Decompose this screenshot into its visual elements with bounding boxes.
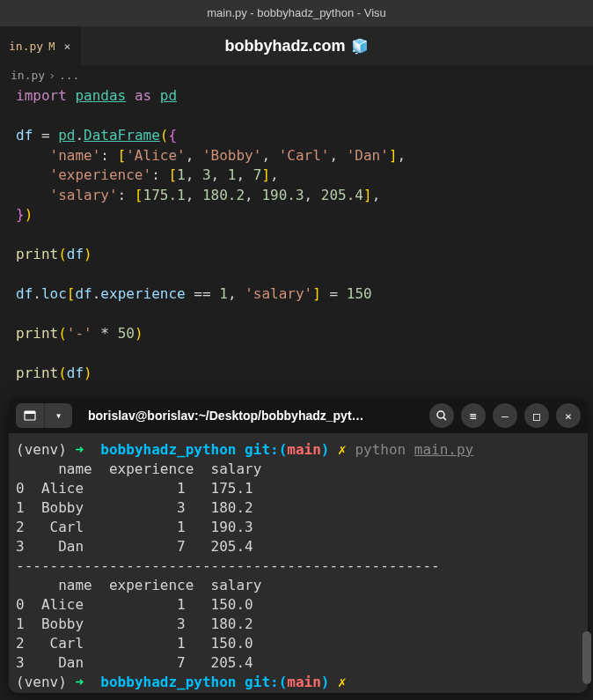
minimize-button[interactable]: – (493, 403, 517, 428)
code-line: print('-' * 50) (16, 324, 577, 344)
term-line: 1 Bobby 3 180.2 (16, 615, 581, 634)
close-icon: × (565, 409, 572, 423)
tab-close-button[interactable]: × (60, 38, 74, 55)
term-line: (venv) ➜ bobbyhadz_python git:(main) ✗ (16, 673, 581, 692)
tab-dropdown-button[interactable]: ▾ (44, 403, 72, 428)
cube-icon: 🧊 (351, 38, 369, 55)
breadcrumb-rest: ... (59, 69, 79, 82)
search-button[interactable] (429, 403, 454, 428)
code-line: import pandas as pd (16, 86, 577, 107)
code-line (16, 344, 577, 365)
search-icon (436, 409, 448, 422)
code-line: 'salary': [175.1, 180.2, 190.3, 205.4], (16, 186, 577, 206)
new-tab-button[interactable] (16, 403, 44, 428)
code-line: df = pd.DataFrame({ (16, 126, 577, 146)
breadcrumb[interactable]: in.py › ... (0, 65, 593, 85)
scrollbar-thumb[interactable] (582, 631, 591, 684)
term-line: 2 Carl 1 190.3 (16, 518, 581, 537)
term-line: 0 Alice 1 175.1 (16, 479, 581, 498)
term-line: name experience salary (16, 460, 581, 479)
code-line (16, 305, 577, 325)
terminal-window: ▾ borislav@borislav:~/Desktop/bobbyhadz_… (9, 398, 588, 693)
term-line: 0 Alice 1 150.0 (16, 595, 581, 615)
code-line (16, 265, 577, 285)
close-button[interactable]: × (556, 403, 581, 428)
code-line (16, 225, 577, 246)
code-line: 'name': ['Alice', 'Bobby', 'Carl', 'Dan'… (16, 146, 577, 166)
code-line: }) (16, 205, 577, 225)
tab-bar: in.py M × bobbyhadz.com 🧊 (0, 26, 593, 65)
term-line: (venv) ➜ bobbyhadz_python git:(main) ✗ p… (16, 440, 581, 460)
editor-tab-main[interactable]: in.py M × (0, 26, 81, 65)
svg-point-2 (437, 411, 444, 418)
term-line: name experience salary (16, 576, 581, 595)
terminal-titlebar[interactable]: ▾ borislav@borislav:~/Desktop/bobbyhadz_… (9, 398, 588, 433)
chevron-right-icon: › (48, 69, 55, 82)
terminal-body[interactable]: (venv) ➜ bobbyhadz_python git:(main) ✗ p… (9, 433, 588, 693)
term-line: 3 Dan 7 205.4 (16, 537, 581, 556)
code-line: print(df) (16, 364, 577, 384)
breadcrumb-file: in.py (11, 69, 45, 82)
chevron-down-icon: ▾ (55, 409, 62, 422)
term-line: 2 Carl 1 150.0 (16, 634, 581, 653)
watermark: bobbyhadz.com 🧊 (224, 37, 368, 55)
terminal-title: borislav@borislav:~/Desktop/bobbyhadz_py… (79, 409, 422, 423)
code-line (16, 107, 577, 127)
terminal-icon (24, 409, 36, 422)
terminal-controls: ≡ – □ × (429, 403, 581, 428)
code-line: print(df) (16, 245, 577, 265)
scrollbar[interactable] (581, 398, 593, 693)
svg-line-3 (443, 417, 446, 420)
terminal-tab-group: ▾ (16, 403, 72, 428)
hamburger-icon: ≡ (470, 409, 477, 423)
tab-label: in.py (9, 40, 43, 53)
window-titlebar: main.py - bobbyhadz_python - Visu (0, 0, 593, 26)
watermark-text: bobbyhadz.com (224, 37, 345, 55)
menu-button[interactable]: ≡ (461, 403, 486, 428)
maximize-icon: □ (533, 409, 540, 423)
term-line: 3 Dan 7 205.4 (16, 653, 581, 673)
window-title: main.py - bobbyhadz_python - Visu (207, 6, 386, 19)
code-editor[interactable]: import pandas as pd df = pd.DataFrame({ … (0, 85, 593, 386)
minimize-icon: – (501, 409, 509, 423)
svg-rect-1 (25, 411, 35, 414)
code-line: df.loc[df.experience == 1, 'salary'] = 1… (16, 284, 577, 305)
term-line: 1 Bobby 3 180.2 (16, 498, 581, 518)
term-line: ----------------------------------------… (16, 556, 581, 576)
code-line: 'experience': [1, 3, 1, 7], (16, 166, 577, 186)
maximize-button[interactable]: □ (524, 403, 549, 428)
tab-modified-indicator: M (48, 41, 55, 53)
